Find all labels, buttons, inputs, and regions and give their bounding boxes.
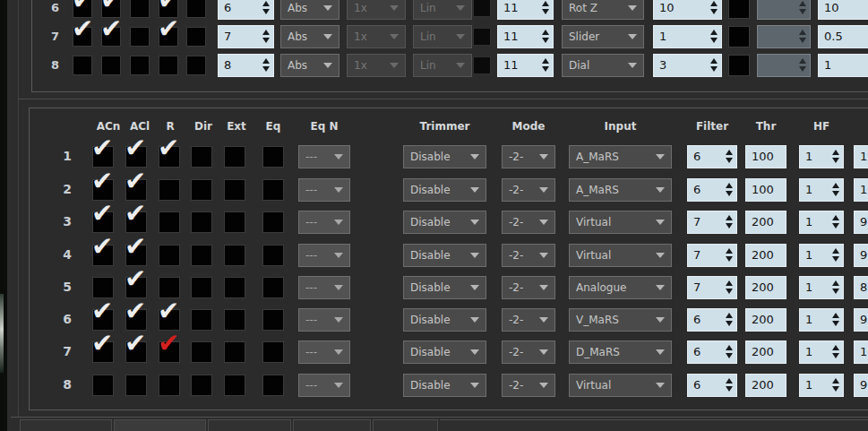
checkbox-acn[interactable]	[92, 277, 114, 298]
cc-spinner[interactable]: 11	[497, 25, 554, 48]
filter-spinner[interactable]: 7	[687, 276, 737, 299]
spin-up-icon[interactable]	[542, 30, 549, 35]
checkbox-acl[interactable]: ✔	[125, 309, 147, 331]
eq-n-dropdown[interactable]: ---	[298, 340, 350, 364]
hf-spinner[interactable]: 1	[799, 178, 844, 202]
threshold-field[interactable]: 200	[745, 211, 786, 234]
checkbox-dir[interactable]	[191, 146, 212, 168]
checkbox-r[interactable]	[159, 277, 180, 298]
checkbox-acn[interactable]: ✔	[92, 245, 114, 266]
mid-checkbox[interactable]	[473, 28, 491, 46]
checkbox-r[interactable]	[159, 211, 180, 233]
clipped-right-spinner[interactable]: 1	[854, 145, 868, 168]
checkbox-2[interactable]: ✔	[101, 0, 121, 18]
spin-down-icon[interactable]	[832, 289, 839, 294]
input-dropdown[interactable]: Virtual	[569, 374, 672, 397]
spin-down-icon[interactable]	[726, 321, 733, 326]
hf-spinner[interactable]: 1	[799, 276, 844, 299]
checkbox-3[interactable]	[130, 27, 150, 47]
checkbox-acn[interactable]: ✔	[92, 179, 114, 201]
checkbox-ext[interactable]	[224, 179, 245, 201]
spin-up-icon[interactable]	[726, 378, 733, 384]
spin-down-icon[interactable]	[832, 353, 839, 358]
filter-spinner[interactable]: 7	[687, 211, 737, 234]
spin-down-icon[interactable]	[710, 38, 718, 43]
tab-1[interactable]	[20, 419, 112, 431]
spin-down-icon[interactable]	[726, 223, 733, 228]
eq-n-dropdown[interactable]: ---	[298, 244, 350, 267]
spin-up-icon[interactable]	[262, 1, 270, 6]
abs-dropdown[interactable]: Abs	[280, 54, 339, 77]
checkbox-acl[interactable]: ✔	[125, 245, 147, 266]
checkbox-3[interactable]	[130, 56, 150, 75]
spin-down-icon[interactable]	[832, 158, 839, 163]
spin-up-icon[interactable]	[710, 30, 718, 35]
checkbox-acl[interactable]: ✔	[125, 179, 147, 201]
control-type-dropdown[interactable]: Rot Z	[562, 0, 644, 20]
threshold-field[interactable]: 100	[745, 145, 786, 168]
spin-up-icon[interactable]	[542, 1, 549, 6]
eq-n-dropdown[interactable]: ---	[298, 308, 350, 332]
spin-down-icon[interactable]	[832, 321, 839, 326]
checkbox-ext[interactable]	[224, 309, 245, 331]
hf-spinner[interactable]: 1	[799, 374, 844, 397]
spin-up-icon[interactable]	[832, 150, 839, 155]
tab-4[interactable]	[293, 419, 371, 431]
value-spinner[interactable]: 1	[653, 25, 722, 48]
threshold-field[interactable]: 200	[745, 308, 786, 332]
spin-down-icon[interactable]	[726, 289, 733, 294]
checkbox-1[interactable]: ✔	[73, 0, 92, 18]
hf-spinner[interactable]: 1	[799, 244, 844, 267]
mid-checkbox[interactable]	[473, 0, 491, 17]
spin-up-icon[interactable]	[832, 280, 839, 286]
spin-up-icon[interactable]	[710, 1, 718, 6]
mode-dropdown[interactable]: -2-	[502, 145, 555, 168]
filter-spinner[interactable]: 6	[687, 178, 737, 202]
checkbox-r[interactable]	[159, 245, 180, 266]
spin-down-icon[interactable]	[542, 9, 549, 14]
spin-down-icon[interactable]	[832, 191, 839, 196]
spin-up-icon[interactable]	[726, 150, 733, 155]
trimmer-dropdown[interactable]: Disable	[403, 178, 486, 202]
checkbox-ext[interactable]	[224, 277, 245, 298]
checkbox-acn[interactable]: ✔	[92, 211, 114, 233]
spin-down-icon[interactable]	[832, 223, 839, 228]
spin-up-icon[interactable]	[262, 30, 270, 35]
clipped-right-spinner[interactable]: 1	[854, 340, 868, 364]
abs-dropdown[interactable]: Abs	[280, 25, 339, 48]
checkbox-1[interactable]: ✔	[73, 27, 92, 47]
checkbox-dir[interactable]	[191, 277, 212, 298]
spin-down-icon[interactable]	[726, 158, 733, 163]
mode-dropdown[interactable]: -2-	[502, 211, 555, 234]
spin-up-icon[interactable]	[726, 215, 733, 220]
input-dropdown[interactable]: Virtual	[569, 211, 672, 234]
clipped-right-spinner[interactable]: 9	[854, 308, 868, 332]
trimmer-dropdown[interactable]: Disable	[403, 211, 486, 234]
spin-up-icon[interactable]	[726, 345, 733, 350]
spin-up-icon[interactable]	[726, 248, 733, 254]
channel-spinner[interactable]: 7	[218, 25, 274, 48]
filter-spinner[interactable]: 6	[687, 145, 737, 168]
checkbox-dir[interactable]	[191, 375, 212, 396]
spin-down-icon[interactable]	[710, 66, 718, 72]
right-checkbox[interactable]	[728, 0, 750, 19]
checkbox-dir[interactable]	[191, 245, 212, 266]
spin-down-icon[interactable]	[542, 38, 549, 43]
mid-checkbox[interactable]	[473, 56, 491, 74]
tab-2-selected[interactable]	[114, 419, 206, 431]
spin-down-icon[interactable]	[726, 191, 733, 196]
checkbox-eq[interactable]	[262, 179, 284, 201]
control-type-dropdown[interactable]: Slider	[562, 25, 644, 48]
trimmer-dropdown[interactable]: Disable	[403, 244, 486, 267]
input-dropdown[interactable]: Virtual	[569, 244, 672, 267]
checkbox-2[interactable]: ✔	[101, 27, 121, 47]
checkbox-acl[interactable]: ✔	[125, 277, 147, 298]
spin-down-icon[interactable]	[710, 9, 718, 14]
checkbox-acn[interactable]: ✔	[92, 309, 114, 331]
mode-dropdown[interactable]: -2-	[502, 340, 555, 364]
channel-spinner[interactable]: 6	[218, 0, 274, 20]
spin-up-icon[interactable]	[710, 58, 718, 64]
checkbox-acn[interactable]: ✔	[92, 146, 114, 168]
spin-up-icon[interactable]	[832, 183, 839, 188]
checkbox-ext[interactable]	[224, 146, 245, 168]
